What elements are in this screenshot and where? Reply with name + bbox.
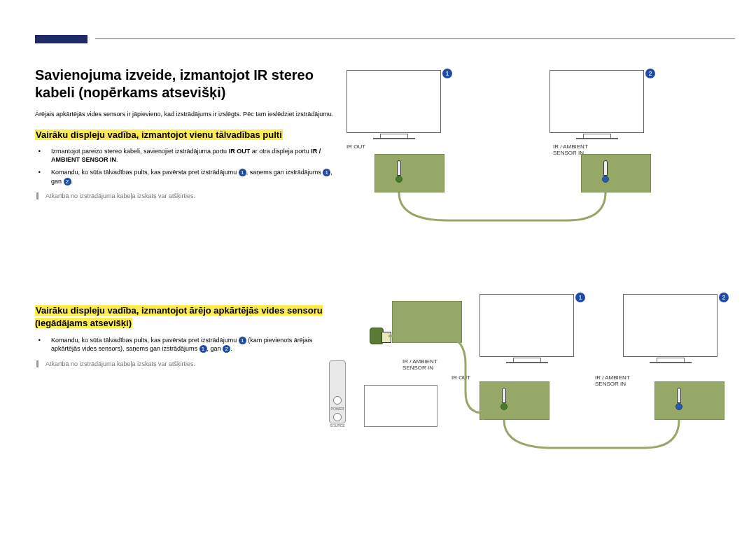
- bullet: Izmantojot pareizo stereo kabeli, savien…: [48, 147, 336, 164]
- section2-title: Vairāku displeju vadība, izmantojot ārēj…: [35, 304, 336, 330]
- bullet: Komandu, ko sūta tālvadības pults, kas p…: [48, 168, 336, 185]
- section2-bullets: Komandu, ko sūta tālvadības pults, kas p…: [48, 336, 336, 353]
- number-1-icon: 1: [323, 169, 330, 176]
- number-1-icon: 1: [200, 345, 207, 353]
- number-2-icon: 2: [223, 345, 230, 353]
- page-title: Savienojuma izveide, izmantojot IR stere…: [35, 66, 336, 101]
- cable-line: [343, 70, 735, 280]
- number-2-icon: 2: [64, 178, 71, 185]
- cable-line: [343, 294, 735, 504]
- text-column: Savienojuma izveide, izmantojot IR stere…: [35, 66, 336, 395]
- section2-note: Atkarībā no izstrādājuma kabeļa izskats …: [36, 360, 336, 367]
- section1-bullets: Izmantojot pareizo stereo kabeli, savien…: [48, 147, 336, 185]
- section1-title: Vairāku displeju vadība, izmantojot vien…: [35, 129, 336, 141]
- accent-bar: [35, 35, 88, 43]
- bullet: Komandu, ko sūta tālvadības pults, kas p…: [48, 336, 336, 353]
- number-1-icon: 1: [239, 169, 246, 176]
- header-rule: [95, 38, 735, 39]
- number-1-icon: 1: [239, 337, 246, 344]
- section1-note: Atkarībā no izstrādājuma kabeļa izskats …: [36, 192, 336, 199]
- intro-text: Ārējais apkārtējās vides sensors ir jāpi…: [35, 110, 336, 119]
- diagram-2: POWER SOURCE IR / AMBIENT SENSOR IN 1 2 …: [343, 294, 735, 504]
